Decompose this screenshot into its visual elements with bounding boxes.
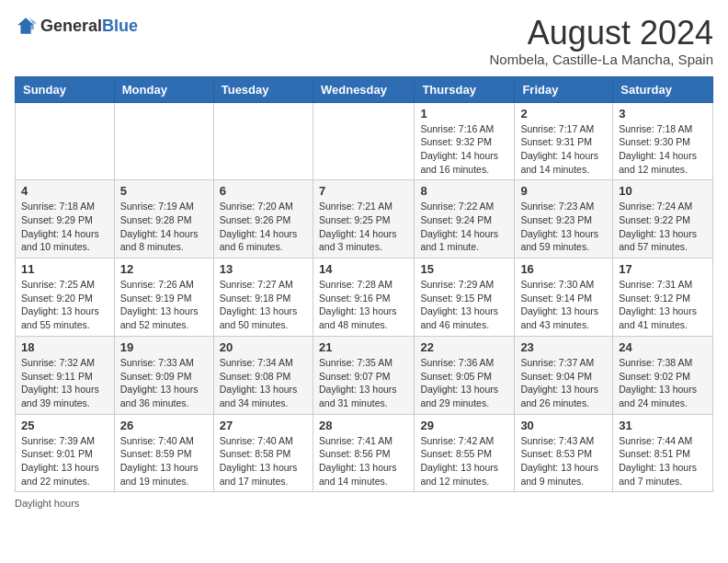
day-info: Sunrise: 7:36 AMSunset: 9:05 PMDaylight:… xyxy=(420,356,508,410)
day-info: Sunrise: 7:40 AMSunset: 8:59 PMDaylight:… xyxy=(120,434,208,488)
day-number: 18 xyxy=(21,340,108,354)
calendar-week-1: 4Sunrise: 7:18 AMSunset: 9:29 PMDaylight… xyxy=(16,180,713,259)
logo-icon xyxy=(15,15,37,37)
day-number: 2 xyxy=(520,107,607,121)
calendar-header-row: SundayMondayTuesdayWednesdayThursdayFrid… xyxy=(16,76,713,102)
column-header-monday: Monday xyxy=(114,76,213,102)
calendar-cell: 4Sunrise: 7:18 AMSunset: 9:29 PMDaylight… xyxy=(16,180,115,259)
day-number: 13 xyxy=(220,262,307,276)
calendar-cell: 30Sunrise: 7:43 AMSunset: 8:53 PMDayligh… xyxy=(515,414,613,492)
calendar-cell: 24Sunrise: 7:38 AMSunset: 9:02 PMDayligh… xyxy=(613,336,713,414)
calendar-cell: 7Sunrise: 7:21 AMSunset: 9:25 PMDaylight… xyxy=(313,180,414,259)
day-number: 19 xyxy=(120,340,208,354)
day-number: 24 xyxy=(619,340,707,354)
logo: GeneralBlue xyxy=(15,15,138,37)
day-number: 28 xyxy=(319,419,408,432)
day-info: Sunrise: 7:29 AMSunset: 9:15 PMDaylight:… xyxy=(420,278,508,332)
calendar-cell: 26Sunrise: 7:40 AMSunset: 8:59 PMDayligh… xyxy=(114,414,213,492)
calendar-cell: 18Sunrise: 7:32 AMSunset: 9:11 PMDayligh… xyxy=(16,336,115,414)
day-info: Sunrise: 7:40 AMSunset: 8:58 PMDaylight:… xyxy=(220,434,307,488)
day-info: Sunrise: 7:42 AMSunset: 8:55 PMDaylight:… xyxy=(420,434,508,488)
calendar-cell: 11Sunrise: 7:25 AMSunset: 9:20 PMDayligh… xyxy=(16,259,115,337)
title-area: August 2024 Nombela, Castille-La Mancha,… xyxy=(490,15,713,67)
calendar-week-2: 11Sunrise: 7:25 AMSunset: 9:20 PMDayligh… xyxy=(16,259,713,337)
day-number: 23 xyxy=(520,340,607,354)
calendar-cell: 2Sunrise: 7:17 AMSunset: 9:31 PMDaylight… xyxy=(515,102,613,180)
calendar-week-0: 1Sunrise: 7:16 AMSunset: 9:32 PMDaylight… xyxy=(16,102,713,180)
footer-note: Daylight hours xyxy=(15,498,713,509)
day-info: Sunrise: 7:24 AMSunset: 9:22 PMDaylight:… xyxy=(619,200,707,254)
calendar-cell: 9Sunrise: 7:23 AMSunset: 9:23 PMDaylight… xyxy=(515,180,613,259)
day-info: Sunrise: 7:23 AMSunset: 9:23 PMDaylight:… xyxy=(520,200,607,254)
day-number: 9 xyxy=(520,184,607,198)
calendar-week-3: 18Sunrise: 7:32 AMSunset: 9:11 PMDayligh… xyxy=(16,336,713,414)
day-number: 15 xyxy=(420,262,508,276)
subtitle: Nombela, Castille-La Mancha, Spain xyxy=(490,52,713,67)
calendar-cell: 3Sunrise: 7:18 AMSunset: 9:30 PMDaylight… xyxy=(613,102,713,180)
column-header-sunday: Sunday xyxy=(16,76,115,102)
day-number: 16 xyxy=(520,262,607,276)
day-number: 27 xyxy=(220,419,307,432)
calendar-cell: 16Sunrise: 7:30 AMSunset: 9:14 PMDayligh… xyxy=(515,259,613,337)
calendar-cell: 14Sunrise: 7:28 AMSunset: 9:16 PMDayligh… xyxy=(313,259,414,337)
day-info: Sunrise: 7:17 AMSunset: 9:31 PMDaylight:… xyxy=(520,122,607,177)
calendar-cell xyxy=(313,102,414,180)
day-info: Sunrise: 7:41 AMSunset: 8:56 PMDaylight:… xyxy=(319,434,408,488)
day-info: Sunrise: 7:21 AMSunset: 9:25 PMDaylight:… xyxy=(319,200,408,254)
calendar-cell: 28Sunrise: 7:41 AMSunset: 8:56 PMDayligh… xyxy=(313,414,414,492)
day-number: 5 xyxy=(120,184,208,198)
day-number: 6 xyxy=(220,184,307,198)
calendar-cell xyxy=(213,102,313,180)
calendar-cell: 10Sunrise: 7:24 AMSunset: 9:22 PMDayligh… xyxy=(613,180,713,259)
day-info: Sunrise: 7:26 AMSunset: 9:19 PMDaylight:… xyxy=(120,278,208,332)
day-info: Sunrise: 7:34 AMSunset: 9:08 PMDaylight:… xyxy=(220,356,307,410)
day-number: 12 xyxy=(120,262,208,276)
column-header-tuesday: Tuesday xyxy=(213,76,313,102)
day-info: Sunrise: 7:30 AMSunset: 9:14 PMDaylight:… xyxy=(520,278,607,332)
day-info: Sunrise: 7:25 AMSunset: 9:20 PMDaylight:… xyxy=(21,278,108,332)
day-info: Sunrise: 7:19 AMSunset: 9:28 PMDaylight:… xyxy=(120,200,208,254)
calendar-cell: 22Sunrise: 7:36 AMSunset: 9:05 PMDayligh… xyxy=(415,336,515,414)
calendar-cell: 25Sunrise: 7:39 AMSunset: 9:01 PMDayligh… xyxy=(16,414,115,492)
day-number: 31 xyxy=(619,419,707,432)
day-info: Sunrise: 7:27 AMSunset: 9:18 PMDaylight:… xyxy=(220,278,307,332)
day-number: 10 xyxy=(619,184,707,198)
day-info: Sunrise: 7:18 AMSunset: 9:29 PMDaylight:… xyxy=(21,200,108,254)
day-info: Sunrise: 7:32 AMSunset: 9:11 PMDaylight:… xyxy=(21,356,108,410)
day-info: Sunrise: 7:38 AMSunset: 9:02 PMDaylight:… xyxy=(619,356,707,410)
calendar-cell: 6Sunrise: 7:20 AMSunset: 9:26 PMDaylight… xyxy=(213,180,313,259)
logo-general: GeneralBlue xyxy=(40,17,138,36)
day-number: 7 xyxy=(319,184,408,198)
calendar-cell: 31Sunrise: 7:44 AMSunset: 8:51 PMDayligh… xyxy=(613,414,713,492)
column-header-wednesday: Wednesday xyxy=(313,76,414,102)
day-info: Sunrise: 7:35 AMSunset: 9:07 PMDaylight:… xyxy=(319,356,408,410)
day-number: 17 xyxy=(619,262,707,276)
day-info: Sunrise: 7:18 AMSunset: 9:30 PMDaylight:… xyxy=(619,122,707,177)
page-header: GeneralBlue August 2024 Nombela, Castill… xyxy=(15,15,713,67)
calendar-cell xyxy=(16,102,115,180)
day-number: 25 xyxy=(21,419,108,432)
calendar-cell xyxy=(114,102,213,180)
day-info: Sunrise: 7:16 AMSunset: 9:32 PMDaylight:… xyxy=(420,122,508,177)
day-number: 1 xyxy=(420,107,508,121)
day-number: 29 xyxy=(420,419,508,432)
day-number: 22 xyxy=(420,340,508,354)
day-info: Sunrise: 7:33 AMSunset: 9:09 PMDaylight:… xyxy=(120,356,208,410)
calendar-cell: 5Sunrise: 7:19 AMSunset: 9:28 PMDaylight… xyxy=(114,180,213,259)
day-info: Sunrise: 7:31 AMSunset: 9:12 PMDaylight:… xyxy=(619,278,707,332)
day-number: 3 xyxy=(619,107,707,121)
calendar-table: SundayMondayTuesdayWednesdayThursdayFrid… xyxy=(15,76,713,493)
calendar-cell: 29Sunrise: 7:42 AMSunset: 8:55 PMDayligh… xyxy=(415,414,515,492)
day-info: Sunrise: 7:43 AMSunset: 8:53 PMDaylight:… xyxy=(520,434,607,488)
day-number: 11 xyxy=(21,262,108,276)
calendar-cell: 13Sunrise: 7:27 AMSunset: 9:18 PMDayligh… xyxy=(213,259,313,337)
calendar-cell: 8Sunrise: 7:22 AMSunset: 9:24 PMDaylight… xyxy=(415,180,515,259)
day-info: Sunrise: 7:37 AMSunset: 9:04 PMDaylight:… xyxy=(520,356,607,410)
day-info: Sunrise: 7:39 AMSunset: 9:01 PMDaylight:… xyxy=(21,434,108,488)
column-header-saturday: Saturday xyxy=(613,76,713,102)
column-header-friday: Friday xyxy=(515,76,613,102)
day-info: Sunrise: 7:28 AMSunset: 9:16 PMDaylight:… xyxy=(319,278,408,332)
calendar-cell: 1Sunrise: 7:16 AMSunset: 9:32 PMDaylight… xyxy=(415,102,515,180)
calendar-cell: 17Sunrise: 7:31 AMSunset: 9:12 PMDayligh… xyxy=(613,259,713,337)
day-number: 26 xyxy=(120,419,208,432)
